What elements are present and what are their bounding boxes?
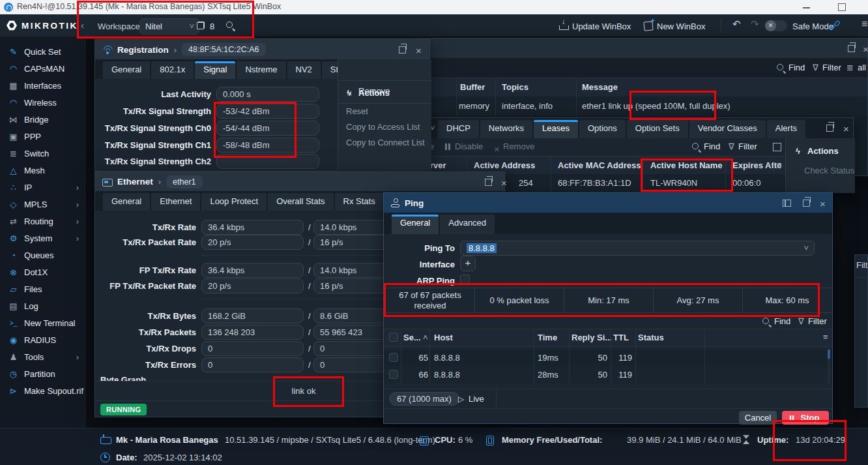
undo-icon[interactable]: [732, 18, 741, 30]
restore-icon[interactable]: [826, 125, 833, 132]
actions-label[interactable]: Actions: [358, 88, 390, 98]
tab-option-sets[interactable]: Option Sets: [627, 120, 688, 138]
sidebar-item-routing[interactable]: ⇄Routing›: [0, 213, 85, 230]
remove-button[interactable]: Remove: [503, 142, 534, 151]
sidebar-item-files[interactable]: ▱Files: [0, 280, 85, 297]
sidebar-item-switch[interactable]: ≣Switch: [0, 145, 85, 162]
tab-nstreme[interactable]: Nstreme: [237, 61, 285, 79]
tab-signal[interactable]: Signal: [195, 61, 235, 79]
tab-leases[interactable]: Leases: [534, 120, 578, 138]
arp-ping-checkbox[interactable]: [460, 275, 470, 284]
sidebar-item-tools[interactable]: ♟Tools›: [0, 348, 85, 365]
tx-errors-field[interactable]: 0: [201, 357, 304, 372]
open-windows-icon[interactable]: [197, 22, 205, 29]
sidebar-item-ip[interactable]: ∴IP›: [0, 179, 85, 196]
tab-loop-protect[interactable]: Loop Protect: [201, 193, 267, 211]
signal-strength-ch1-field[interactable]: -58/-48 dBm: [216, 138, 319, 153]
tx-packet-rate-field[interactable]: 20 p/s: [201, 235, 304, 250]
fp-tx-packet-rate-field[interactable]: 20 p/s: [201, 278, 304, 293]
stop-button[interactable]: Stop: [782, 411, 829, 425]
sidebar-item-queues[interactable]: ◔Queues: [0, 247, 85, 263]
workspace-select[interactable]: Nitel: [139, 18, 199, 35]
tab-nv2[interactable]: NV2: [287, 61, 321, 79]
ping-row[interactable]: 66 8.8.8.8 28ms 50 119: [384, 367, 832, 383]
sidebar-item-system[interactable]: ⚙System›: [0, 230, 85, 247]
sidebar-item-bridge[interactable]: ⋈Bridge: [0, 111, 85, 128]
dhcp-col-expires[interactable]: Expires Afte: [732, 160, 781, 170]
log-find-button[interactable]: Find: [788, 63, 805, 72]
safe-mode-toggle[interactable]: [765, 20, 787, 31]
ping-titlebar[interactable]: Ping: [384, 193, 832, 213]
ping-find-button[interactable]: Find: [774, 316, 790, 326]
tab-alerts[interactable]: Alerts: [767, 120, 805, 138]
new-winbox-button[interactable]: New WinBox: [657, 22, 705, 31]
row-checkbox[interactable]: [389, 353, 398, 362]
tab-8021x[interactable]: 802.1x: [151, 61, 194, 79]
restore-icon[interactable]: [485, 179, 492, 186]
restore-icon[interactable]: [803, 200, 810, 207]
sidebar-item-new-terminal[interactable]: >_New Terminal: [0, 314, 85, 331]
ping-to-combobox[interactable]: 8.8.8.8: [460, 241, 815, 256]
col-ttl[interactable]: TTL: [613, 333, 629, 342]
ping-filter-button[interactable]: Filter: [808, 316, 827, 326]
tx-rate-field[interactable]: 36.4 kbps: [201, 220, 304, 235]
dhcp-find-button[interactable]: Find: [704, 142, 720, 151]
sidebar-item-capsman[interactable]: ◠CAPsMAN: [0, 60, 85, 77]
restore-icon[interactable]: [399, 46, 406, 53]
sidebar-item-dot1x[interactable]: ⊗Dot1X: [0, 263, 85, 280]
row-checkbox[interactable]: [389, 370, 398, 379]
copy-to-access-list-menu-item[interactable]: Copy to Access List: [346, 122, 420, 132]
search-icon[interactable]: [225, 21, 235, 30]
minimize-icon[interactable]: [803, 7, 810, 8]
restore-icon[interactable]: [848, 45, 855, 52]
column-menu-icon[interactable]: [777, 160, 782, 170]
col-reply-size[interactable]: Reply Si...: [571, 333, 612, 342]
sidebar-item-ppp[interactable]: ▣PPP: [0, 128, 85, 145]
close-icon[interactable]: [820, 200, 826, 209]
dhcp-col-active-host[interactable]: Active Host Name: [650, 160, 723, 170]
dhcp-col-server[interactable]: rver: [430, 160, 446, 170]
column-menu-icon[interactable]: [823, 332, 828, 342]
check-status-button[interactable]: Check Status: [804, 166, 854, 175]
sidebar-item-partition[interactable]: ◷Partition: [0, 365, 85, 382]
col-status[interactable]: Status: [638, 333, 664, 342]
disable-button[interactable]: Disable: [455, 142, 483, 151]
sidebar-item-make-supout[interactable]: ⊳Make Supout.rif: [0, 382, 85, 399]
actions-label[interactable]: Actions: [807, 146, 839, 156]
dhcp-col-active-mac[interactable]: Active MAC Address: [558, 160, 641, 170]
tab-dhcp[interactable]: DHCP: [438, 120, 479, 138]
reset-menu-item[interactable]: Reset: [346, 106, 368, 116]
fp-tx-rate-field[interactable]: 36.4 kbps: [201, 263, 304, 278]
scrollbar[interactable]: [828, 350, 830, 383]
tx-bytes-field[interactable]: 168.2 GiB: [201, 308, 304, 323]
tx-drops-field[interactable]: 0: [201, 341, 304, 356]
redo-icon[interactable]: [751, 18, 759, 30]
log-col-topics[interactable]: Topics: [502, 82, 528, 92]
columns-icon[interactable]: [773, 143, 781, 151]
sidebar-item-wireless[interactable]: ◠Wireless: [0, 94, 85, 111]
sidebar-item-mpls[interactable]: ◇MPLS›: [0, 196, 85, 213]
close-icon[interactable]: [416, 46, 422, 56]
log-filter-all-select[interactable]: all: [858, 63, 866, 72]
collapse-sidebar-icon[interactable]: [81, 20, 84, 31]
tab-vendor-classes[interactable]: Vendor Classes: [689, 120, 766, 138]
sidebar-item-interfaces[interactable]: ▦Interfaces: [0, 77, 85, 94]
pin-icon[interactable]: [783, 200, 791, 207]
log-col-message[interactable]: Message: [582, 82, 618, 92]
tab-general[interactable]: General: [392, 215, 439, 234]
col-seq[interactable]: Se...: [403, 333, 421, 342]
scrollbar-thumb[interactable]: [828, 350, 830, 359]
signal-strength-ch0-field[interactable]: -54/-44 dBm: [216, 121, 319, 136]
sidebar-item-radius[interactable]: ◉RADIUS: [0, 331, 85, 348]
update-winbox-button[interactable]: Update WinBox: [572, 22, 631, 31]
tab-networks[interactable]: Networks: [480, 120, 532, 138]
ping-row[interactable]: 65 8.8.8.8 19ms 50 119: [384, 350, 832, 367]
col-host[interactable]: Host: [434, 333, 453, 342]
copy-to-connect-list-menu-item[interactable]: Copy to Connect List: [346, 138, 425, 147]
add-interface-button[interactable]: [460, 256, 476, 271]
signal-strength-field[interactable]: -53/-42 dBm: [216, 104, 319, 119]
dhcp-col-active-address[interactable]: Active Address: [474, 160, 535, 170]
tab-rx-stats[interactable]: Rx Stats: [335, 193, 384, 211]
ethernet-titlebar[interactable]: Ethernet ether1: [95, 172, 504, 191]
col-time[interactable]: Time: [538, 333, 557, 342]
